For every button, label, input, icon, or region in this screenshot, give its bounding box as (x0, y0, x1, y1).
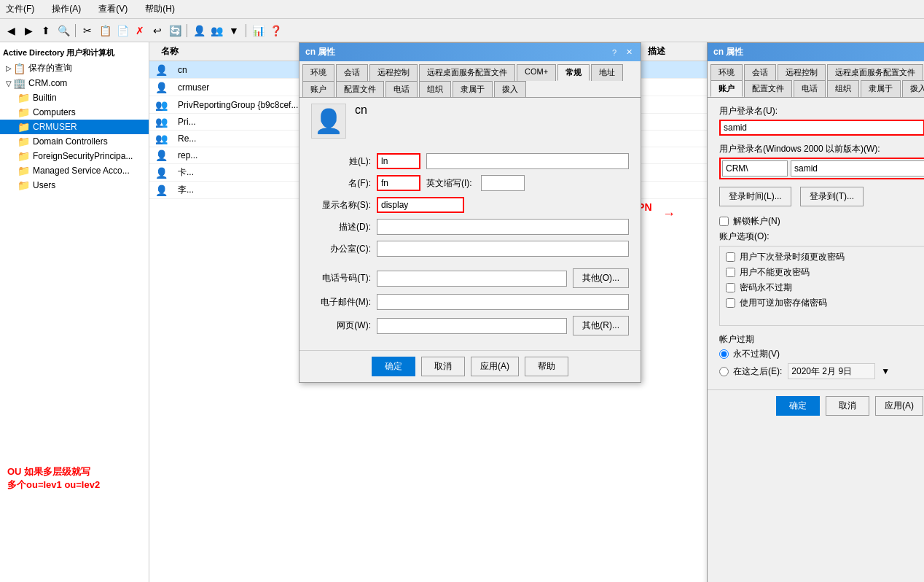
office-input[interactable] (377, 241, 629, 257)
tab-org[interactable]: 组织 (419, 81, 451, 97)
upn-input[interactable] (719, 120, 924, 136)
tab-dialin[interactable]: 拨入 (494, 81, 526, 97)
filter-btn[interactable]: ▼ (226, 23, 242, 39)
copy-btn[interactable]: 📋 (97, 23, 113, 39)
sidebar-item-foreign-security[interactable]: 📁 ForeignSecurityPrincipa... (0, 149, 149, 163)
foreign-security-icon: 📁 (17, 150, 30, 162)
up-btn[interactable]: ⬆ (38, 23, 54, 39)
d2-tab-dialin[interactable]: 拨入 (902, 80, 924, 97)
tab-session[interactable]: 会话 (336, 64, 368, 81)
expire-after-radio[interactable] (719, 367, 729, 376)
tab-general[interactable]: 常规 (557, 64, 590, 81)
other-phone-btn[interactable]: 其他(O)... (573, 268, 629, 288)
tab-phone[interactable]: 电话 (385, 81, 418, 97)
tab-profile[interactable]: 配置文件 (336, 81, 384, 97)
legacy-domain-input[interactable] (722, 160, 788, 176)
paste-btn[interactable]: 📄 (114, 23, 130, 39)
tab-member[interactable]: 隶属于 (453, 81, 493, 97)
d2-tab-phone[interactable]: 电话 (794, 80, 826, 97)
refresh-btn[interactable]: 🔄 (167, 23, 183, 39)
ka-icon: 👤 (155, 167, 168, 179)
dialog1-ok-btn[interactable]: 确定 (372, 357, 415, 376)
dialog2-ok-btn[interactable]: 确定 (776, 396, 820, 416)
dialog2-title: cn 属性 (713, 46, 743, 58)
help-btn[interactable]: ❓ (267, 23, 283, 39)
lastname-input[interactable] (377, 153, 420, 169)
email-input[interactable] (377, 294, 629, 310)
cut-btn[interactable]: ✂ (79, 23, 95, 39)
tab-address[interactable]: 地址 (591, 64, 623, 81)
cannot-change-checkbox[interactable] (726, 268, 735, 277)
abbr-input[interactable] (481, 175, 525, 191)
legacy-samid-input[interactable] (791, 160, 924, 176)
search-btn[interactable]: 🔍 (55, 23, 71, 39)
sidebar-item-managed-service[interactable]: 📁 Managed Service Acco... (0, 163, 149, 178)
webpage-row: 网页(W): 其他(R)... (311, 316, 629, 335)
d2-tab-session[interactable]: 会话 (744, 64, 776, 80)
option-cannot-change: 用户不能更改密码 (726, 266, 924, 279)
d2-tab-member[interactable]: 隶属于 (861, 80, 901, 97)
undo-btn[interactable]: ↩ (149, 23, 165, 39)
dialog1-body: 姓(L): 名(F): 英文缩写(I): 显示名称(S): 描述(D): (299, 144, 641, 350)
sidebar-item-crmuser[interactable]: 📁 CRMUSER (0, 120, 149, 134)
phone-label: 电话号码(T): (311, 272, 377, 284)
dialog1-help-btn2[interactable]: 帮助 (525, 357, 568, 376)
expire-never-radio[interactable] (719, 349, 729, 359)
avatar-name-area: cn (355, 104, 367, 117)
date-dropdown-icon[interactable]: ▼ (881, 366, 890, 376)
dialog2-apply-btn[interactable]: 应用(A) (875, 396, 923, 416)
sidebar-item-users[interactable]: 📁 Users (0, 178, 149, 193)
dialog1-controls: ? ✕ (608, 47, 635, 58)
change-pw-checkbox[interactable] (726, 252, 735, 262)
unlock-checkbox[interactable] (719, 217, 729, 226)
sidebar-item-crm[interactable]: ▽ 🏢 CRM.com (0, 76, 149, 90)
no-expire-checkbox[interactable] (726, 283, 735, 292)
desc-input[interactable] (377, 219, 629, 235)
sidebar-item-builtin[interactable]: 📁 Builtin (0, 90, 149, 105)
menu-file[interactable]: 文件(F) (3, 1, 37, 17)
menu-action[interactable]: 操作(A) (49, 1, 84, 17)
sidebar-item-domain-controllers[interactable]: 📁 Domain Controllers (0, 134, 149, 149)
tab-remote-ctrl[interactable]: 远程控制 (369, 64, 418, 81)
phone-input[interactable] (377, 271, 567, 287)
d2-tab-profile[interactable]: 配置文件 (744, 80, 792, 97)
reversible-checkbox[interactable] (726, 298, 735, 308)
dialog1-help-btn[interactable]: ? (608, 47, 620, 58)
expire-date-input[interactable] (788, 363, 875, 379)
properties-btn[interactable]: 📊 (250, 23, 266, 39)
firstname-input[interactable] (377, 175, 420, 191)
delete-btn[interactable]: ✗ (132, 23, 148, 39)
sidebar-item-saved-queries[interactable]: ▷ 📋 保存的查询 (0, 61, 149, 76)
tab-remote-desktop[interactable]: 远程桌面服务配置文件 (419, 64, 515, 81)
d2-tab-account[interactable]: 账户 (710, 80, 743, 97)
pri-icon: 👥 (155, 116, 168, 128)
sidebar-item-computers[interactable]: 📁 Computers (0, 105, 149, 120)
lastname-input2[interactable] (426, 153, 629, 169)
d2-tab-env[interactable]: 环境 (710, 64, 743, 80)
new-group-btn[interactable]: 👥 (208, 23, 224, 39)
d2-tab-org[interactable]: 组织 (827, 80, 859, 97)
dialog2-cancel-btn[interactable]: 取消 (826, 396, 869, 416)
arrow-saved-queries[interactable]: ▷ (6, 64, 12, 72)
displayname-input[interactable] (377, 197, 464, 213)
dialog1-avatar-area: 👤 cn (299, 98, 641, 144)
arrow-crm[interactable]: ▽ (6, 79, 12, 88)
d2-tab-remote-desktop[interactable]: 远程桌面服务配置文件 (827, 64, 923, 80)
dialog1-cancel-btn[interactable]: 取消 (421, 357, 465, 376)
dialog1-close-btn[interactable]: ✕ (623, 47, 635, 58)
logon-to-btn[interactable]: 登录到(T)... (800, 187, 864, 206)
forward-btn[interactable]: ▶ (20, 23, 36, 39)
menu-view[interactable]: 查看(V) (95, 1, 130, 17)
back-btn[interactable]: ◀ (3, 23, 19, 39)
other-web-btn[interactable]: 其他(R)... (573, 316, 629, 335)
d2-tab-remote-ctrl[interactable]: 远程控制 (778, 64, 826, 80)
tab-account[interactable]: 账户 (302, 81, 334, 97)
dialog1-apply-btn[interactable]: 应用(A) (471, 357, 519, 376)
logon-time-btn[interactable]: 登录时间(L)... (719, 187, 791, 206)
menu-help[interactable]: 帮助(H) (142, 1, 178, 17)
new-user-btn[interactable]: 👤 (191, 23, 207, 39)
webpage-input[interactable] (377, 318, 567, 334)
tab-com[interactable]: COM+ (517, 64, 556, 81)
tab-env[interactable]: 环境 (302, 64, 334, 81)
arrow-to-upn: → (662, 206, 676, 222)
